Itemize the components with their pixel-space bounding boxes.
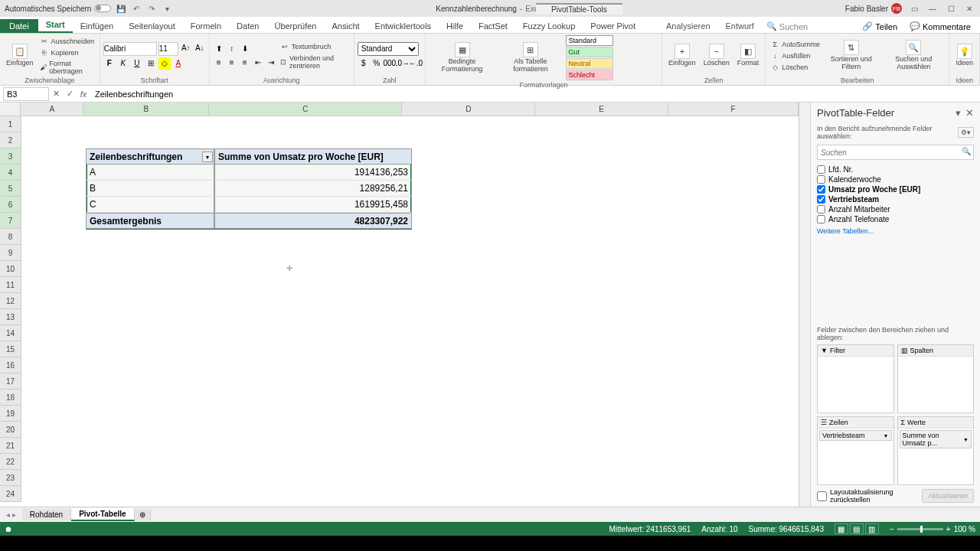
gear-icon[interactable]: ⚙▾ [958,127,974,138]
row-header[interactable]: 10 [0,261,21,277]
row-header[interactable]: 22 [0,454,21,470]
align-left-icon[interactable]: ≡ [213,57,225,69]
page-layout-view-icon[interactable]: ▤ [850,523,864,534]
autosum-button[interactable]: ΣAutoSumme [769,39,822,50]
row-field-chip[interactable]: Vertriebsteam▼ [819,430,892,441]
sheet-tab-rohdaten[interactable]: Rohdaten [22,509,71,520]
vertical-scrollbar[interactable] [799,103,810,507]
underline-button[interactable]: U [131,57,143,70]
tab-insert[interactable]: Einfügen [73,19,121,33]
row-header[interactable]: 20 [0,422,21,438]
select-all-corner[interactable] [0,103,21,116]
field-checkbox[interactable] [817,215,825,223]
fill-button[interactable]: ↓Ausfüllen [769,51,822,61]
copy-button[interactable]: ⎘Kopieren [38,47,96,58]
font-size-input[interactable] [158,42,178,56]
minimize-icon[interactable]: — [926,3,939,14]
pivot-filter-dropdown[interactable]: ▼ [202,152,213,162]
align-top-icon[interactable]: ⬆ [213,43,225,55]
column-header[interactable]: A [21,103,83,116]
tab-start[interactable]: Start [38,18,73,33]
currency-icon[interactable]: $ [358,57,370,70]
comments-button[interactable]: 💬Kommentare [905,20,975,33]
bold-button[interactable]: F [103,57,116,70]
row-header[interactable]: 11 [0,277,21,293]
tab-powerpivot[interactable]: Power Pivot [583,19,643,33]
field-list-item[interactable]: Umsatz pro Woche [EUR] [817,184,974,194]
undo-icon[interactable]: ↶ [131,3,142,14]
row-header[interactable]: 13 [0,309,21,325]
field-checkbox[interactable] [817,175,825,184]
tab-review[interactable]: Überprüfen [266,19,324,33]
tab-fuzzy[interactable]: Fuzzy Lookup [515,19,583,33]
dec-decimal-icon[interactable]: ←.0 [410,57,422,70]
tab-analyze[interactable]: Analysieren [658,19,717,33]
conditional-format-button[interactable]: ▦Bedingte Formatierung [429,41,495,75]
ribbon-options-icon[interactable]: ▭ [908,3,920,14]
column-header[interactable]: F [668,103,799,116]
wrap-text-button[interactable]: ↩Textumbruch [279,41,351,52]
rows-area[interactable]: ☰Zeilen Vertriebsteam▼ [817,416,894,485]
row-header[interactable]: 24 [0,486,21,502]
number-format-select[interactable]: Standard [358,42,419,56]
qat-dropdown-icon[interactable]: ▾ [162,3,172,14]
add-sheet-button[interactable]: ⊕ [135,509,151,520]
decrease-font-icon[interactable]: A↓ [194,42,206,54]
row-header[interactable]: 7 [0,213,21,229]
field-search-input[interactable] [817,145,974,160]
column-header[interactable]: E [535,103,668,116]
column-header[interactable]: D [402,103,535,116]
cell[interactable]: Summe von Umsatz pro Woche [EUR] [214,148,412,165]
name-box[interactable]: B3 [3,87,49,101]
share-button[interactable]: 🔗Teilen [858,20,902,33]
pane-close-icon[interactable]: ✕ [965,107,974,119]
inc-decimal-icon[interactable]: .0→ [397,57,409,70]
cell[interactable]: C [86,197,214,213]
field-checkbox[interactable] [817,185,825,194]
increase-font-icon[interactable]: A↑ [180,42,192,54]
pane-menu-icon[interactable]: ▾ [956,107,961,119]
clear-button[interactable]: ◇Löschen [769,62,822,73]
tab-view[interactable]: Ansicht [324,19,367,33]
cell[interactable]: A [86,165,214,181]
delete-cells-button[interactable]: −Löschen [701,42,733,69]
row-header[interactable]: 14 [0,325,21,341]
border-button[interactable]: ⊞ [145,57,157,70]
field-list-item[interactable]: Lfd. Nr. [817,165,974,174]
cell[interactable]: B [86,181,214,197]
indent-dec-icon[interactable]: ⇤ [252,57,264,69]
row-header[interactable]: 19 [0,406,21,422]
percent-icon[interactable]: % [371,57,383,70]
columns-area[interactable]: ▥Spalten [897,344,975,413]
row-header[interactable]: 5 [0,181,21,197]
row-header[interactable]: 17 [0,373,21,390]
cell[interactable]: 1914136,253 [214,165,412,181]
autosave-toggle[interactable]: Automatisches Speichern [5,5,111,13]
field-checkbox[interactable] [817,195,825,204]
insert-cells-button[interactable]: +Einfügen [665,42,699,69]
sheet-nav[interactable]: ◂ ▸ [0,510,22,519]
cell[interactable]: Zeilenbeschriftungen [86,148,214,165]
row-header[interactable]: 16 [0,357,21,373]
filter-area[interactable]: ▼Filter [817,344,894,413]
tell-me-search[interactable]: 🔍 Suchen [762,20,812,33]
format-painter-button[interactable]: 🖌Format übertragen [38,59,96,76]
row-header[interactable]: 9 [0,245,21,261]
row-header[interactable]: 3 [0,148,21,165]
tab-factset[interactable]: FactSet [471,19,515,33]
tab-help[interactable]: Hilfe [439,19,471,33]
value-field-chip[interactable]: Summe von Umsatz p...▼ [900,430,972,448]
find-select-button[interactable]: 🔍Suchen und Auswählen [881,38,946,73]
row-header[interactable]: 6 [0,197,21,213]
ideas-button[interactable]: 💡Ideen [952,42,976,69]
sheet-tab-pivot[interactable]: Pivot-Tabelle [71,508,135,521]
row-header[interactable]: 2 [0,132,21,148]
defer-layout-checkbox[interactable] [817,491,827,501]
font-color-button[interactable]: A [172,57,185,70]
field-list-item[interactable]: Kalenderwoche [817,174,974,184]
field-list-item[interactable]: Anzahl Telefonate [817,214,974,224]
tab-layout[interactable]: Seitenlayout [121,19,183,33]
page-break-view-icon[interactable]: ▥ [865,523,879,534]
font-name-input[interactable] [103,42,157,56]
paste-button[interactable]: 📋Einfügen [3,42,37,69]
